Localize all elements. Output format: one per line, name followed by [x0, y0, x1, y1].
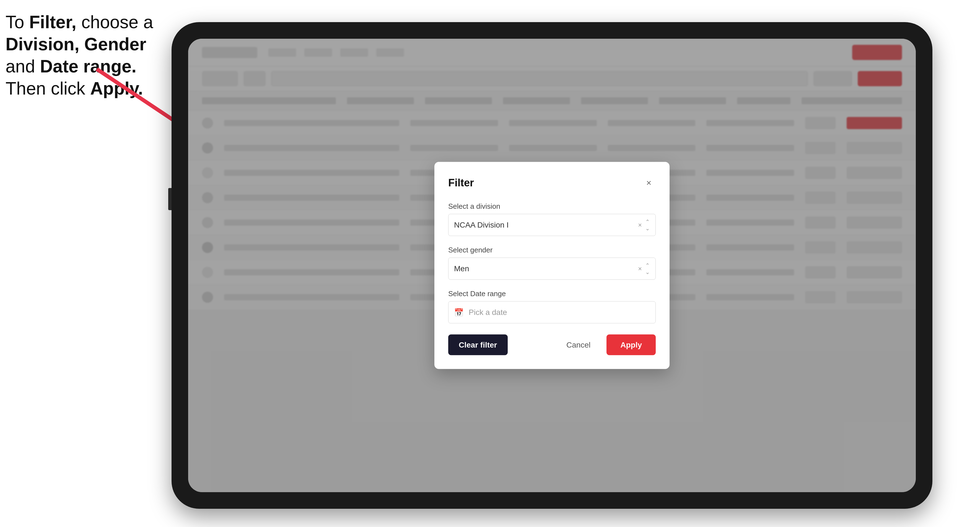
gender-label: Select gender: [448, 246, 656, 254]
date-input[interactable]: 📅 Pick a date: [448, 302, 656, 324]
division-select-value: NCAA Division I: [454, 221, 509, 230]
gender-form-group: Select gender Men × ⌃⌄: [448, 246, 656, 280]
division-arrow-icon: ⌃⌄: [645, 218, 650, 232]
date-label: Select Date range: [448, 289, 656, 298]
modal-header: Filter ×: [448, 176, 656, 190]
division-form-group: Select a division NCAA Division I × ⌃⌄: [448, 202, 656, 236]
tablet-frame: Filter × Select a division NCAA Division…: [172, 22, 932, 509]
modal-close-button[interactable]: ×: [642, 176, 656, 190]
tablet-screen: Filter × Select a division NCAA Division…: [188, 39, 916, 492]
modal-footer: Clear filter Cancel Apply: [448, 335, 656, 355]
gender-select[interactable]: Men × ⌃⌄: [448, 258, 656, 280]
calendar-icon: 📅: [454, 308, 464, 317]
date-placeholder: Pick a date: [469, 308, 507, 317]
division-select[interactable]: NCAA Division I × ⌃⌄: [448, 214, 656, 236]
gender-select-icons: × ⌃⌄: [638, 262, 650, 275]
apply-button[interactable]: Apply: [606, 335, 656, 355]
division-select-icons: × ⌃⌄: [638, 218, 650, 232]
modal-title: Filter: [448, 177, 474, 189]
date-form-group: Select Date range 📅 Pick a date: [448, 289, 656, 324]
tablet-side-button: [168, 188, 172, 210]
clear-filter-button[interactable]: Clear filter: [448, 335, 508, 355]
filter-modal: Filter × Select a division NCAA Division…: [434, 162, 670, 369]
instruction-text: To Filter, choose a Division, Gender and…: [6, 11, 161, 100]
division-clear-icon[interactable]: ×: [638, 221, 642, 229]
gender-clear-icon[interactable]: ×: [638, 265, 642, 273]
gender-select-value: Men: [454, 264, 469, 273]
cancel-button[interactable]: Cancel: [556, 335, 601, 355]
division-label: Select a division: [448, 202, 656, 211]
modal-action-buttons: Cancel Apply: [556, 335, 656, 355]
gender-arrow-icon: ⌃⌄: [645, 262, 650, 275]
